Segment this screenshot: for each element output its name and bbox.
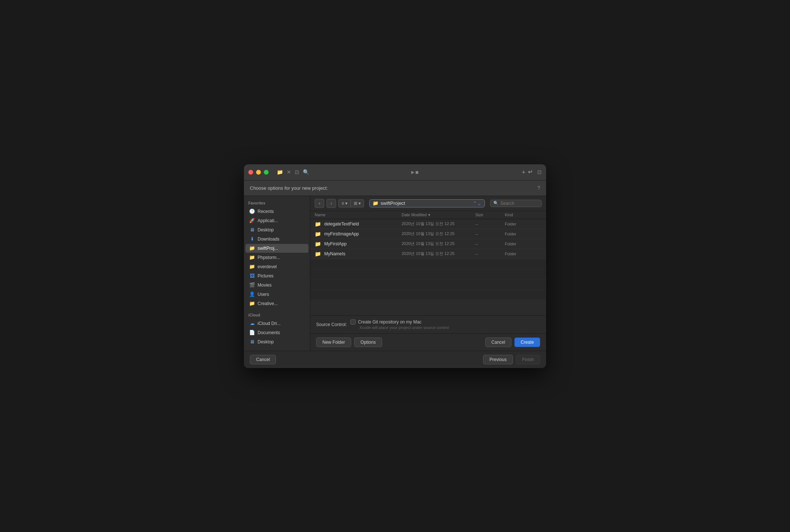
sidebar-item-label: Desktop xyxy=(258,339,274,344)
source-control-content: Create Git repository on my Mac Xcode wi… xyxy=(350,319,449,330)
maximize-button[interactable] xyxy=(264,170,269,175)
sidebar-item-desktop[interactable]: 🖥 Desktop xyxy=(245,225,308,234)
sidebar-item-documents[interactable]: 📄 Documents xyxy=(245,328,308,337)
minimize-button[interactable] xyxy=(256,170,261,175)
previous-button[interactable]: Previous xyxy=(483,355,513,364)
file-size: -- xyxy=(475,242,505,246)
sidebar-item-label: Users xyxy=(258,292,269,297)
toolbar-icons: 📁 ✕ ⊡ 🔍 xyxy=(277,169,309,175)
wizard-cancel-button[interactable]: Cancel xyxy=(250,355,276,364)
toolbar-title-bar: Choose options for your new project: ? xyxy=(244,181,546,196)
sidebar-item-downloads[interactable]: ⬇ Downloads xyxy=(245,235,308,244)
sidebar-item-label: Movies xyxy=(258,283,272,288)
cancel-button[interactable]: Cancel xyxy=(485,337,511,347)
sidebar-item-desktop-icloud[interactable]: 🖥 Desktop xyxy=(245,337,308,346)
search-bar[interactable]: 🔍 xyxy=(490,200,542,207)
titlebar: 📁 ✕ ⊡ 🔍 ▶ ◼ ＋ ↵ ⊡ xyxy=(244,164,546,181)
diagram-icon[interactable]: ⊡ xyxy=(295,169,299,175)
git-repo-label: Create Git repository on my Mac xyxy=(358,319,422,325)
folder-icon: 📁 xyxy=(315,221,321,227)
sidebar-item-label: swiftProj... xyxy=(258,246,278,251)
nav-forward-button[interactable]: › xyxy=(326,199,336,208)
list-view-button[interactable]: ≡ ▾ xyxy=(339,200,351,207)
footer-left: New Folder Options xyxy=(316,337,382,347)
desktop-icon: 🖥 xyxy=(249,227,255,233)
file-size: -- xyxy=(475,232,505,236)
folder-icon-swift: 📁 xyxy=(249,245,255,251)
search-icon[interactable]: 🔍 xyxy=(303,169,309,175)
sidebar-item-phpstorm[interactable]: 📁 Phpstorm... xyxy=(245,253,308,262)
toolbar-center: ▶ ◼ xyxy=(312,170,518,175)
folder-icon: 📁 xyxy=(315,251,321,257)
table-row[interactable]: 📁 myFirstImageApp 2020년 10월 13일 오전 12:25… xyxy=(310,229,546,239)
chevron-left-icon: ‹ xyxy=(319,201,320,206)
help-icon[interactable]: ? xyxy=(537,185,540,191)
list-icon: ≡ xyxy=(342,201,344,206)
git-repo-checkbox[interactable] xyxy=(350,319,356,325)
empty-row xyxy=(310,290,546,300)
options-button[interactable]: Options xyxy=(354,337,382,347)
sidebar-item-recents[interactable]: 🕐 Recents xyxy=(245,207,308,216)
sidebar: Favorites 🕐 Recents 🚀 Applicati... 🖥 Des… xyxy=(244,196,310,351)
document-icon: 📄 xyxy=(249,330,255,336)
col-header-size[interactable]: Size xyxy=(475,213,505,217)
sidebar-item-icloud-drive[interactable]: ☁ iCloud Dri... xyxy=(245,319,308,328)
sidebar-item-movies[interactable]: 🎬 Movies xyxy=(245,281,308,290)
folder-icon[interactable]: 📁 xyxy=(277,169,283,175)
download-icon: ⬇ xyxy=(249,236,255,242)
col-header-kind[interactable]: Kind xyxy=(505,213,542,217)
add-icon: ＋ ↵ xyxy=(521,168,533,176)
source-control-row: Create Git repository on my Mac xyxy=(350,319,449,325)
col-header-name[interactable]: Name xyxy=(315,213,402,217)
file-toolbar: ‹ › ≡ ▾ ⊞ ▾ 📁 swiftProj xyxy=(310,196,546,211)
dialog-footer: New Folder Options Cancel Create xyxy=(310,333,546,351)
window-subtitle: Choose options for your new project: xyxy=(250,185,328,191)
cloud-icon: ☁ xyxy=(249,321,255,326)
sidebar-item-label: Applicati... xyxy=(258,218,278,223)
sidebar-item-applications[interactable]: 🚀 Applicati... xyxy=(245,216,308,225)
favorites-section-label: Favorites xyxy=(244,200,310,207)
sidebar-item-pictures[interactable]: 🖼 Pictures xyxy=(245,272,308,280)
sidebar-item-label: Phpstorm... xyxy=(258,255,280,260)
empty-row xyxy=(310,269,546,280)
new-folder-button[interactable]: New Folder xyxy=(316,337,351,347)
sidebar-item-label: Documents xyxy=(258,330,280,335)
file-kind: Folder xyxy=(505,232,542,236)
main-content: ‹ › ≡ ▾ ⊞ ▾ 📁 swiftProj xyxy=(310,196,546,351)
search-input[interactable] xyxy=(500,201,538,206)
sidebar-item-label: Pictures xyxy=(258,273,273,279)
clock-icon: 🕐 xyxy=(249,209,255,214)
sidebar-item-users[interactable]: 👤 Users xyxy=(245,290,308,299)
create-button[interactable]: Create xyxy=(514,337,540,347)
file-name: MyFirstApp xyxy=(324,241,402,246)
table-row[interactable]: 📁 delegateTextField 2020년 10월 13일 오전 12:… xyxy=(310,219,546,229)
sort-arrow-icon: ▾ xyxy=(428,213,430,217)
wizard-nav-buttons: Previous Finish xyxy=(483,355,540,364)
file-date: 2020년 10월 13일 오전 12:25 xyxy=(402,241,475,246)
file-name: MyNameIs xyxy=(324,251,402,256)
wizard-footer-bar: Cancel Previous Finish xyxy=(244,351,546,368)
chevron-right-icon: › xyxy=(331,201,332,206)
file-date: 2020년 10월 13일 오전 12:25 xyxy=(402,231,475,237)
file-kind: Folder xyxy=(505,242,542,246)
col-header-date[interactable]: Date Modified ▾ xyxy=(402,213,475,217)
close-button[interactable] xyxy=(248,170,253,175)
sidebar-item-creative[interactable]: 📁 Creative... xyxy=(245,299,308,308)
grid-view-button[interactable]: ⊞ ▾ xyxy=(351,200,364,207)
sidebar-item-everdevel[interactable]: 📁 everdevel xyxy=(245,262,308,271)
sidebar-item-label: Creative... xyxy=(258,301,278,306)
nav-back-button[interactable]: ‹ xyxy=(315,199,324,208)
file-size: -- xyxy=(475,252,505,256)
folder-icon: 📁 xyxy=(315,241,321,247)
source-control-bar: Source Control: Create Git repository on… xyxy=(310,315,546,333)
location-bar[interactable]: 📁 swiftProject ⌃⌄ xyxy=(369,199,485,207)
icloud-section-label: iCloud xyxy=(244,312,310,319)
source-control-label: Source Control: xyxy=(316,322,347,327)
folder-icon-ever: 📁 xyxy=(249,264,255,270)
file-kind: Folder xyxy=(505,252,542,256)
sidebar-item-swiftproject[interactable]: 📁 swiftProj... xyxy=(245,244,308,253)
close-icon[interactable]: ✕ xyxy=(287,169,291,175)
table-row[interactable]: 📁 MyFirstApp 2020년 10월 13일 오전 12:25 -- F… xyxy=(310,239,546,249)
finish-button[interactable]: Finish xyxy=(516,355,540,364)
table-row[interactable]: 📁 MyNameIs 2020년 10월 13일 오전 12:25 -- Fol… xyxy=(310,249,546,259)
